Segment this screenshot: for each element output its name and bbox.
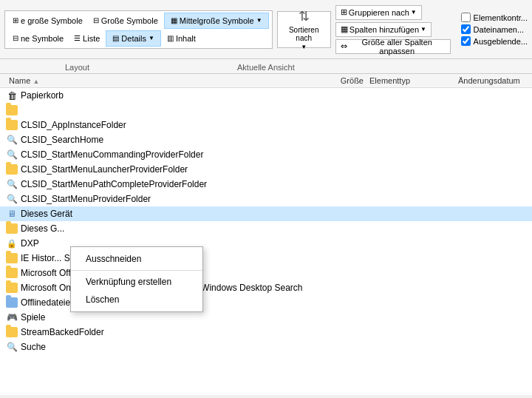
file-names-input[interactable]	[461, 24, 471, 34]
folder-icon	[6, 267, 18, 279]
list-item[interactable]: Dieses G...	[0, 221, 532, 236]
dropdown-arrow-medium: ▼	[256, 17, 262, 24]
grid-icon: ⊞	[13, 16, 18, 24]
file-name: CLSID_StartMenuLauncherProviderFolder	[21, 164, 532, 175]
list-item[interactable]: 🔍CLSID_SearchHome	[0, 132, 532, 147]
file-name: Suche	[21, 342, 532, 352]
col-header-size[interactable]: Größe	[310, 76, 369, 85]
col-header-date[interactable]: Änderungsdatum	[458, 76, 532, 85]
element-control-check[interactable]: Elementkontr...	[461, 13, 528, 22]
list-item[interactable]: 🎮Spiele	[0, 310, 532, 325]
file-name: CLSID_StartMenuProviderFolder	[21, 194, 532, 204]
toolbar: ⊞ e große Symbole ⊟ Große Symbole ▦ Mitt…	[0, 0, 532, 59]
search-icon: 🔍	[6, 341, 18, 353]
grid-icon4: ⊟	[13, 34, 18, 42]
element-control-input[interactable]	[461, 13, 471, 22]
lock-icon: 🔒	[6, 237, 18, 249]
search-icon: 🔍	[6, 178, 18, 190]
folder-icon	[6, 252, 18, 264]
context-menu-separator	[71, 270, 202, 271]
folder-icon	[6, 326, 18, 338]
layout-row2: ⊟ ne Symbole ☰ Liste ▤ Details ▼ ▥ Inhal…	[8, 30, 269, 47]
search-icon: 🔍	[6, 134, 18, 146]
details-icon: ▤	[112, 34, 119, 42]
pc-icon: 🖥	[6, 208, 18, 220]
view-row3: ⇔ Größe aller Spalten anpassen	[335, 39, 451, 54]
file-name: Dieses G...	[21, 223, 532, 234]
file-name: CLSID_StartMenuCommandingProviderFolder	[21, 149, 532, 160]
list-item[interactable]: 🖥Dieses Gerät	[0, 206, 532, 221]
fit-icon: ⇔	[341, 41, 347, 51]
content-btn[interactable]: ▥ Inhalt	[163, 30, 200, 47]
list-item[interactable]: CLSID_StartMenuLauncherProviderFolder	[0, 162, 532, 177]
list-btn[interactable]: ☰ Liste	[69, 30, 104, 47]
columns-chevron: ▼	[420, 26, 426, 33]
list-item[interactable]: 🔍CLSID_StartMenuPathCompleteProviderFold…	[0, 177, 532, 192]
content-icon: ▥	[167, 34, 174, 42]
file-name: CLSID_AppInstanceFolder	[21, 120, 532, 130]
search-icon: 🔍	[6, 149, 18, 161]
col-header-name[interactable]: Name ▲	[0, 76, 310, 85]
small-btn[interactable]: ⊟ ne Symbole	[8, 30, 68, 47]
sort-indicator: ▲	[33, 78, 39, 85]
file-name: Dieses Gerät	[21, 209, 532, 219]
list-item[interactable]	[0, 103, 532, 118]
context-menu-item-cut[interactable]: Ausschneiden	[71, 250, 202, 268]
col-header-type[interactable]: Elementtyp	[369, 76, 458, 85]
context-menu: AusschneidenVerknüpfung erstellenLöschen	[70, 246, 203, 312]
search-icon: 🔍	[6, 193, 18, 205]
file-name: CLSID_SearchHome	[21, 135, 532, 145]
medium-btn[interactable]: ▦ Mittelgroße Symbole ▼	[164, 13, 269, 29]
folder-icon	[6, 282, 18, 294]
view-row1: ⊞ Gruppieren nach ▼	[335, 5, 451, 20]
file-name: Spiele	[21, 312, 532, 323]
hidden-check[interactable]: Ausgeblende...	[461, 36, 528, 46]
folder-icon	[6, 163, 18, 175]
list-item[interactable]: 🗑Papierkorb	[0, 88, 532, 103]
file-name: Papierkorb	[21, 90, 532, 101]
folder-icon	[6, 119, 18, 131]
layout-group: ⊞ e große Symbole ⊟ Große Symbole ▦ Mitt…	[4, 10, 273, 49]
layout-section-label: Layout	[65, 63, 89, 73]
extra-large-btn[interactable]: ⊞ e große Symbole	[8, 13, 87, 29]
file-name: CLSID_StartMenuPathCompleteProviderFolde…	[21, 179, 532, 189]
file-name: StreamBackedFolder	[21, 327, 532, 337]
context-menu-item-create-shortcut[interactable]: Verknüpfung erstellen	[71, 273, 202, 291]
large-btn[interactable]: ⊟ Große Symbole	[89, 13, 163, 29]
list-item[interactable]: StreamBackedFolder	[0, 325, 532, 340]
grid-icon2: ⊟	[93, 16, 99, 24]
layout-row1: ⊞ e große Symbole ⊟ Große Symbole ▦ Mitt…	[8, 13, 269, 29]
group-by-btn[interactable]: ⊞ Gruppieren nach ▼	[335, 5, 422, 20]
context-menu-item-delete[interactable]: Löschen	[71, 291, 202, 308]
list-item[interactable]: 🔍CLSID_StartMenuProviderFolder	[0, 192, 532, 206]
hidden-input[interactable]	[461, 36, 471, 46]
add-columns-btn[interactable]: ▦ Spalten hinzufügen ▼	[335, 22, 432, 37]
list-icon: ☰	[74, 34, 81, 42]
fit-columns-btn[interactable]: ⇔ Größe aller Spalten anpassen	[335, 39, 451, 54]
group-chevron: ▼	[411, 9, 417, 16]
columns-icon: ▦	[341, 24, 348, 34]
details-btn[interactable]: ▤ Details ▼	[106, 30, 161, 47]
file-list-container: Name ▲ Größe Elementtyp Änderungsdatum 🗑…	[0, 74, 532, 395]
folder-icon	[6, 223, 18, 235]
toolbar-section-labels: Layout Aktuelle Ansicht	[0, 59, 532, 74]
checkbox-section: Elementkontr... Dateinamen... Ausgeblend…	[461, 13, 528, 46]
current-view-label: Aktuelle Ansicht	[237, 63, 295, 73]
view-options-group: ⊞ Gruppieren nach ▼ ▦ Spalten hinzufügen…	[335, 5, 451, 54]
grid-icon3: ▦	[171, 16, 177, 24]
list-item[interactable]: 🔍CLSID_StartMenuCommandingProviderFolder	[0, 147, 532, 162]
games-icon: 🎮	[6, 311, 18, 323]
folder-icon	[6, 104, 18, 116]
folder-special-icon	[6, 297, 18, 308]
file-list-header: Name ▲ Größe Elementtyp Änderungsdatum	[0, 74, 532, 88]
file-list-body: 🗑PapierkorbCLSID_AppInstanceFolder🔍CLSID…	[0, 88, 532, 354]
sort-icon: ⇅	[299, 8, 310, 24]
dropdown-arrow-details: ▼	[149, 35, 154, 41]
view-row2: ▦ Spalten hinzufügen ▼	[335, 22, 451, 37]
list-item[interactable]: CLSID_AppInstanceFolder	[0, 118, 532, 132]
list-item[interactable]: 🔍Suche	[0, 340, 532, 354]
sort-arrow: ▼	[301, 44, 307, 50]
sort-button[interactable]: ⇅ Sortieren nach ▼	[277, 11, 331, 48]
file-names-check[interactable]: Dateinamen...	[461, 24, 528, 34]
group-icon: ⊞	[341, 7, 347, 17]
